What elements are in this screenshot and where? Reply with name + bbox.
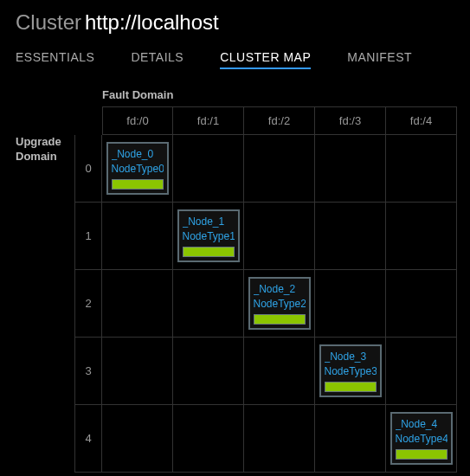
tab-manifest[interactable]: MANIFEST (347, 50, 412, 69)
node-name: _Node_1 (183, 215, 235, 229)
cell-3-4 (386, 338, 457, 405)
cell-2-0 (102, 270, 173, 338)
node-card-3[interactable]: _Node_3 NodeType3 (319, 344, 382, 397)
tab-cluster-map[interactable]: CLUSTER MAP (220, 50, 311, 69)
cell-2-4 (386, 270, 457, 338)
cell-1-0 (102, 203, 173, 270)
cluster-url: http://localhost (85, 10, 219, 34)
health-bar-icon (254, 314, 306, 325)
cell-0-1 (173, 135, 244, 203)
fault-domain-axis-label: Fault Domain (102, 88, 457, 106)
node-name: _Node_4 (396, 417, 447, 432)
node-card-2[interactable]: _Node_2 NodeType2 (248, 277, 311, 330)
page-title: Cluster http://localhost (16, 10, 454, 35)
cell-2-2: _Node_2 NodeType2 (244, 270, 315, 338)
node-type: NodeType3 (325, 364, 377, 379)
node-name: _Node_3 (325, 350, 377, 364)
node-name: _Node_2 (254, 282, 306, 297)
node-card-0[interactable]: _Node_0 NodeType0 (106, 142, 169, 195)
node-card-1[interactable]: _Node_1 NodeType1 (177, 209, 240, 262)
fd-header-3: fd:/3 (315, 106, 386, 135)
cell-3-2 (244, 338, 315, 405)
node-type: NodeType0 (112, 162, 164, 177)
health-bar-icon (396, 449, 447, 460)
cell-3-3: _Node_3 NodeType3 (315, 338, 386, 405)
cluster-label: Cluster (16, 10, 81, 34)
cell-0-4 (386, 135, 457, 203)
node-card-4[interactable]: _Node_4 NodeType4 (390, 412, 453, 465)
fd-header-4: fd:/4 (386, 106, 457, 135)
tab-bar: ESSENTIALS DETAILS CLUSTER MAP MANIFEST (16, 50, 454, 69)
cell-4-3 (315, 405, 386, 473)
cell-2-3 (315, 270, 386, 338)
ud-header-3: 3 (74, 338, 102, 405)
cell-4-2 (244, 405, 315, 473)
cell-1-1: _Node_1 NodeType1 (173, 203, 244, 270)
cell-4-1 (173, 405, 244, 473)
fd-header-2: fd:/2 (244, 106, 315, 135)
tab-details[interactable]: DETAILS (131, 50, 183, 69)
cluster-map-grid: Fault Domain fd:/0 fd:/1 fd:/2 fd:/3 fd:… (16, 88, 454, 473)
ud-header-4: 4 (74, 405, 102, 473)
cell-0-2 (244, 135, 315, 203)
node-name: _Node_0 (112, 147, 164, 162)
cell-0-3 (315, 135, 386, 203)
cell-0-0: _Node_0 NodeType0 (102, 135, 173, 203)
fd-header-0: fd:/0 (102, 106, 173, 135)
cell-2-1 (173, 270, 244, 338)
cell-4-0 (102, 405, 173, 473)
fd-header-1: fd:/1 (173, 106, 244, 135)
upgrade-domain-axis-label: Upgrade Domain (16, 135, 74, 473)
cell-4-4: _Node_4 NodeType4 (386, 405, 457, 473)
cell-1-4 (386, 203, 457, 270)
tab-essentials[interactable]: ESSENTIALS (16, 50, 94, 69)
ud-header-2: 2 (74, 270, 102, 338)
health-bar-icon (325, 382, 377, 392)
cell-3-0 (102, 338, 173, 405)
cell-1-2 (244, 203, 315, 270)
health-bar-icon (183, 247, 235, 257)
node-type: NodeType4 (396, 432, 447, 447)
node-type: NodeType2 (254, 297, 306, 312)
cell-3-1 (173, 338, 244, 405)
node-type: NodeType1 (183, 229, 235, 244)
health-bar-icon (112, 179, 164, 190)
ud-header-0: 0 (74, 135, 102, 203)
ud-header-1: 1 (74, 203, 102, 270)
cell-1-3 (315, 203, 386, 270)
